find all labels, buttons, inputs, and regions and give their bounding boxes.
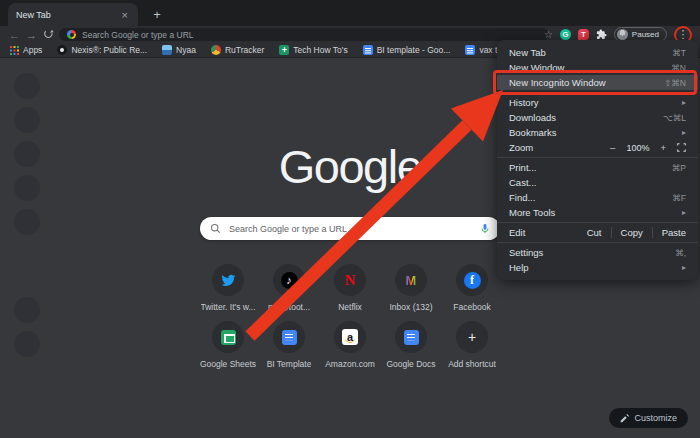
pencil-icon <box>620 414 629 423</box>
submenu-arrow-icon: ▸ <box>682 263 686 272</box>
shortcut-google-docs[interactable]: Google Docs <box>381 321 442 369</box>
amazon-icon: a <box>334 321 366 353</box>
avatar <box>617 29 628 40</box>
decorative-dot <box>14 209 40 235</box>
tab-close-icon[interactable]: × <box>120 9 130 21</box>
forward-icon[interactable]: → <box>23 29 40 41</box>
facebook-icon: f <box>456 264 488 296</box>
zoom-in-button[interactable]: + <box>660 142 666 153</box>
bookmark-tech-how-tos[interactable]: + Tech How To's <box>279 45 347 55</box>
search-icon <box>210 223 221 234</box>
address-bar-placeholder: Search Google or type a URL <box>82 30 194 40</box>
fullscreen-icon[interactable] <box>677 143 686 152</box>
menu-item-bookmarks[interactable]: Bookmarks ▸ <box>497 125 698 140</box>
nyaa-favicon <box>162 45 172 55</box>
google-docs-favicon <box>465 45 475 55</box>
ntp-search-placeholder: Search Google or type a URL <box>229 224 472 234</box>
bookmark-star-icon[interactable]: ☆ <box>544 29 553 40</box>
shortcut-mastodon[interactable]: ♪ m (@toot... <box>259 264 320 312</box>
menu-separator <box>497 222 698 223</box>
menu-separator <box>497 157 698 158</box>
submenu-arrow-icon: ▸ <box>682 128 686 137</box>
shortcut-netflix[interactable]: N Netflix <box>320 264 381 312</box>
zoom-value: 100% <box>626 143 649 153</box>
shortcuts-row-2: Google Sheets BI Template a Amazon.com G… <box>198 321 503 369</box>
menu-item-downloads[interactable]: Downloads ⌥⌘L <box>497 110 698 125</box>
bookmark-nyaa[interactable]: Nyaa <box>162 45 196 55</box>
decorative-dot <box>14 107 40 133</box>
shortcut-facebook[interactable]: f Facebook <box>442 264 503 312</box>
browser-menu: New Tab ⌘T New Window ⌘N New Incognito W… <box>497 40 698 280</box>
shortcut-twitter[interactable]: Twitter. It's w... <box>198 264 259 312</box>
red-extension-icon[interactable]: T <box>578 29 589 40</box>
menu-separator <box>497 242 698 243</box>
bookmark-rutracker[interactable]: RuTracker <box>211 45 264 55</box>
sync-paused-label: Paused <box>632 30 659 39</box>
bookmark-nexis[interactable]: Nexis®: Public Re... <box>57 45 147 55</box>
customize-button[interactable]: Customize <box>609 408 688 428</box>
menu-item-new-tab[interactable]: New Tab ⌘T <box>497 45 698 60</box>
google-docs-icon <box>395 321 427 353</box>
bookmark-apps[interactable]: Apps <box>9 45 42 55</box>
rutracker-favicon <box>211 45 221 55</box>
menu-item-cast[interactable]: Cast... <box>497 175 698 190</box>
reload-icon[interactable] <box>40 29 57 40</box>
menu-item-print[interactable]: Print... ⌘P <box>497 160 698 175</box>
google-docs-icon <box>273 321 305 353</box>
menu-item-zoom: Zoom – 100% + <box>497 140 698 155</box>
decorative-dot <box>14 73 40 99</box>
green-plus-favicon: + <box>279 45 289 55</box>
menu-item-settings[interactable]: Settings ⌘, <box>497 245 698 260</box>
google-favicon <box>67 30 76 39</box>
menu-item-new-window[interactable]: New Window ⌘N <box>497 60 698 75</box>
tiktok-icon: ♪ <box>273 264 305 296</box>
google-sheets-icon <box>212 321 244 353</box>
menu-item-find[interactable]: Find... ⌘F <box>497 190 698 205</box>
submenu-arrow-icon: ▸ <box>682 208 686 217</box>
new-tab-button[interactable]: + <box>148 5 166 23</box>
shortcut-inbox[interactable]: M Inbox (132) <box>381 264 442 312</box>
shortcuts-row-1: Twitter. It's w... ♪ m (@toot... N Netfl… <box>198 264 503 312</box>
edit-paste-button[interactable]: Paste <box>652 227 686 238</box>
microphone-icon[interactable] <box>480 223 490 235</box>
apps-grid-icon <box>9 45 19 55</box>
menu-item-more-tools[interactable]: More Tools ▸ <box>497 205 698 220</box>
shortcut-google-sheets[interactable]: Google Sheets <box>198 321 259 369</box>
ntp-search-box[interactable]: Search Google or type a URL <box>200 217 500 240</box>
tab-strip: New Tab × + <box>0 0 700 26</box>
grammarly-extension-icon[interactable]: G <box>560 29 571 40</box>
submenu-arrow-icon: ▸ <box>682 98 686 107</box>
tab-title: New Tab <box>16 10 120 20</box>
google-docs-favicon <box>363 45 373 55</box>
nexis-favicon <box>57 45 67 55</box>
shortcut-amazon[interactable]: a Amazon.com <box>320 321 381 369</box>
shortcut-bi-template[interactable]: BI Template <box>259 321 320 369</box>
extensions-puzzle-icon[interactable] <box>596 29 607 40</box>
bookmark-bi-template[interactable]: BI template - Goo... <box>363 45 451 55</box>
gmail-icon: M <box>395 264 427 296</box>
edit-copy-button[interactable]: Copy <box>611 227 652 238</box>
menu-separator <box>497 92 698 93</box>
browser-window: New Tab × + ← → Search Google or type a … <box>0 0 700 438</box>
menu-item-help[interactable]: Help ▸ <box>497 260 698 275</box>
back-icon[interactable]: ← <box>6 29 23 41</box>
zoom-out-button[interactable]: – <box>610 142 615 153</box>
tab-new-tab[interactable]: New Tab × <box>8 3 138 26</box>
menu-item-history[interactable]: History ▸ <box>497 95 698 110</box>
add-shortcut-plus-icon: + <box>456 321 488 353</box>
menu-item-edit: Edit Cut Copy Paste <box>497 225 698 240</box>
netflix-icon: N <box>334 264 366 296</box>
shortcut-add[interactable]: + Add shortcut <box>442 321 503 369</box>
twitter-icon <box>212 264 244 296</box>
menu-item-new-incognito-window[interactable]: New Incognito Window ⇧⌘N <box>497 75 698 90</box>
address-bar[interactable]: Search Google or type a URL <box>59 28 549 41</box>
edit-cut-button[interactable]: Cut <box>578 227 611 238</box>
